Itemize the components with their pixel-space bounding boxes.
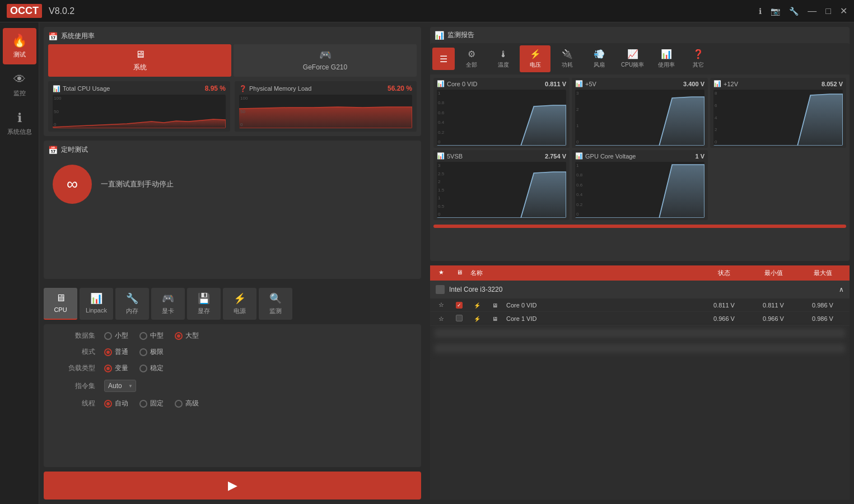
memory-load-header: ❓ Physical Memory Load 56.20 % bbox=[239, 85, 412, 92]
close-button[interactable]: ✕ bbox=[840, 6, 847, 16]
core0vid-scale: 1 0.8 0.6 0.4 0.2 0 bbox=[438, 90, 444, 146]
monitor-tab-usage[interactable]: 📊 使用率 bbox=[651, 45, 682, 72]
info-icon[interactable]: ℹ bbox=[759, 7, 762, 16]
row2-star[interactable]: ☆ bbox=[435, 315, 448, 323]
app-logo: OCCT V8.0.2 bbox=[7, 4, 74, 18]
timer-icon: 📅 bbox=[48, 146, 58, 155]
sidebar-item-sysinfo[interactable]: ℹ 系统信息 bbox=[3, 105, 36, 142]
dataset-large[interactable]: 大型 bbox=[175, 331, 199, 340]
fan-tab-icon: 💨 bbox=[594, 49, 605, 59]
monitor-tab-voltage[interactable]: ⚡ 电压 bbox=[520, 45, 550, 72]
monitor-tab-fan[interactable]: 💨 风扇 bbox=[584, 45, 614, 72]
gpucore-name: GPU Core Voltage bbox=[585, 153, 636, 160]
5v-icon: 📊 bbox=[575, 80, 583, 87]
monitor-tab-other[interactable]: ❓ 其它 bbox=[683, 45, 713, 72]
row2-min: 0.966 V bbox=[751, 315, 796, 322]
12v-chart: 8 6 4 2 0 bbox=[713, 90, 843, 146]
timed-test-title: 定时测试 bbox=[61, 145, 88, 155]
sysinfo-icon: ℹ bbox=[17, 111, 22, 125]
test-tab-cpu[interactable]: 🖥 CPU bbox=[44, 288, 77, 320]
camera-icon[interactable]: 📷 bbox=[771, 7, 780, 16]
maximize-button[interactable]: □ bbox=[825, 6, 831, 16]
cpu-group-collapse[interactable]: ∧ bbox=[839, 286, 844, 293]
core0vid-icon: 📊 bbox=[437, 80, 445, 87]
row1-icon2: 🖥 bbox=[488, 302, 502, 309]
row1-check[interactable]: ✓ bbox=[452, 301, 466, 309]
dataset-small-label: 小型 bbox=[115, 331, 128, 340]
test-tab-gpu[interactable]: 🎮 显卡 bbox=[151, 288, 185, 320]
row1-star[interactable]: ☆ bbox=[435, 301, 448, 309]
thread-fixed[interactable]: 固定 bbox=[139, 399, 164, 408]
timed-test-label: 一直测试直到手动停止 bbox=[101, 179, 174, 189]
monitor-tab-power[interactable]: 🔌 功耗 bbox=[552, 45, 582, 72]
row2-check[interactable] bbox=[452, 315, 466, 323]
main-layout: 🔥 测试 👁 监控 ℹ 系统信息 📅 系统使用率 🖥 bbox=[0, 22, 854, 504]
star-icon-2: ☆ bbox=[438, 315, 444, 322]
thread-auto[interactable]: 自动 bbox=[104, 399, 128, 408]
12v-header: 📊 +12V 8.052 V bbox=[713, 80, 843, 87]
sidebar-item-test[interactable]: 🔥 测试 bbox=[3, 28, 36, 64]
table-body: Intel Core i3-3220 ∧ ☆ ✓ ⚡ bbox=[430, 281, 850, 500]
12v-icon: 📊 bbox=[713, 80, 721, 87]
monitor-tab-temp[interactable]: 🌡 温度 bbox=[488, 46, 519, 72]
thread-advanced-label: 高级 bbox=[185, 399, 199, 408]
mode-extreme[interactable]: 极限 bbox=[139, 347, 164, 357]
blurred-content bbox=[435, 329, 845, 338]
test-tab-power[interactable]: ⚡ 电源 bbox=[223, 288, 256, 320]
dataset-medium[interactable]: 中型 bbox=[139, 331, 164, 340]
mode-normal[interactable]: 普通 bbox=[104, 347, 128, 357]
instruction-select[interactable]: Auto bbox=[104, 380, 136, 392]
mode-label: 模式 bbox=[50, 347, 95, 357]
system-usage-title: 系统使用率 bbox=[61, 31, 95, 41]
core0vid-chart: 1 0.8 0.6 0.4 0.2 0 bbox=[437, 90, 566, 146]
mem-scale-50: 50 bbox=[240, 109, 248, 114]
12v-value: 8.052 V bbox=[822, 81, 843, 87]
fan-tab-label: 风扇 bbox=[594, 61, 605, 69]
tab-system[interactable]: 🖥 系统 bbox=[48, 44, 231, 77]
sidebar: 🔥 测试 👁 监控 ℹ 系统信息 bbox=[0, 22, 39, 504]
test-tab-linpack[interactable]: 📊 Linpack bbox=[80, 288, 113, 320]
monitor-tab-all[interactable]: ⚙ 全部 bbox=[456, 45, 487, 72]
cpufreq-tab-icon: 📈 bbox=[627, 49, 638, 59]
hamburger-menu[interactable]: ☰ bbox=[432, 48, 455, 70]
tab-geforce[interactable]: 🎮 GeForce G210 bbox=[234, 44, 417, 77]
5vsb-header: 📊 5VSB 2.754 V bbox=[437, 152, 566, 160]
checkbox-row1: ✓ bbox=[456, 302, 463, 309]
loadtype-label: 负载类型 bbox=[50, 363, 95, 373]
sidebar-label-sysinfo: 系统信息 bbox=[7, 128, 32, 136]
wrench-icon[interactable]: 🔧 bbox=[789, 7, 799, 16]
th-icon: 🖥 bbox=[452, 269, 466, 277]
loadtype-variable-label: 变量 bbox=[115, 363, 128, 373]
monitor-tab-label: 监测 bbox=[269, 307, 282, 315]
voltage-card-5v: 📊 +5V 3.400 V 3 2 1 0 bbox=[572, 78, 708, 148]
dataset-medium-label: 中型 bbox=[150, 331, 164, 340]
sidebar-item-monitor[interactable]: 👁 监控 bbox=[3, 67, 36, 103]
th-star: ★ bbox=[435, 269, 448, 277]
blurred-content-2 bbox=[435, 344, 845, 353]
thread-advanced[interactable]: 高级 bbox=[175, 399, 199, 408]
loadtype-stable[interactable]: 稳定 bbox=[139, 363, 164, 373]
checkbox-row2 bbox=[456, 315, 463, 321]
cpu-usage-label: 📊 Total CPU Usage bbox=[53, 85, 110, 92]
5vsb-chart: 3 2.5 2 1.5 1 0.5 0 bbox=[437, 162, 566, 218]
play-bar[interactable]: ▶ bbox=[44, 472, 421, 500]
radio-small-circle bbox=[104, 332, 112, 340]
row1-max: 0.986 V bbox=[800, 302, 845, 309]
mode-extreme-label: 极限 bbox=[150, 347, 164, 357]
minimize-button[interactable]: — bbox=[808, 6, 816, 16]
dataset-small[interactable]: 小型 bbox=[104, 331, 128, 340]
thread-auto-label: 自动 bbox=[115, 399, 128, 408]
test-tab-monitor[interactable]: 🔍 监测 bbox=[259, 288, 292, 320]
voltage-tab-icon: ⚡ bbox=[530, 49, 541, 59]
test-tab-vram[interactable]: 💾 显存 bbox=[187, 288, 221, 320]
right-panel: 📊 监测报告 ☰ ⚙ 全部 🌡 温度 ⚡ 电压 bbox=[426, 22, 854, 504]
instruction-label: 指令集 bbox=[50, 381, 95, 391]
loadtype-variable[interactable]: 变量 bbox=[104, 363, 128, 373]
cpufreq-tab-label: CPU频率 bbox=[621, 61, 644, 69]
thread-fixed-label: 固定 bbox=[150, 399, 164, 408]
monitor-tab-cpufreq[interactable]: 📈 CPU频率 bbox=[615, 45, 650, 72]
test-tab-memory[interactable]: 🔧 内存 bbox=[115, 288, 149, 320]
other-tab-label: 其它 bbox=[693, 61, 704, 69]
instruction-select-wrapper: Auto bbox=[104, 380, 136, 392]
infinity-button[interactable]: ∞ bbox=[53, 165, 92, 204]
